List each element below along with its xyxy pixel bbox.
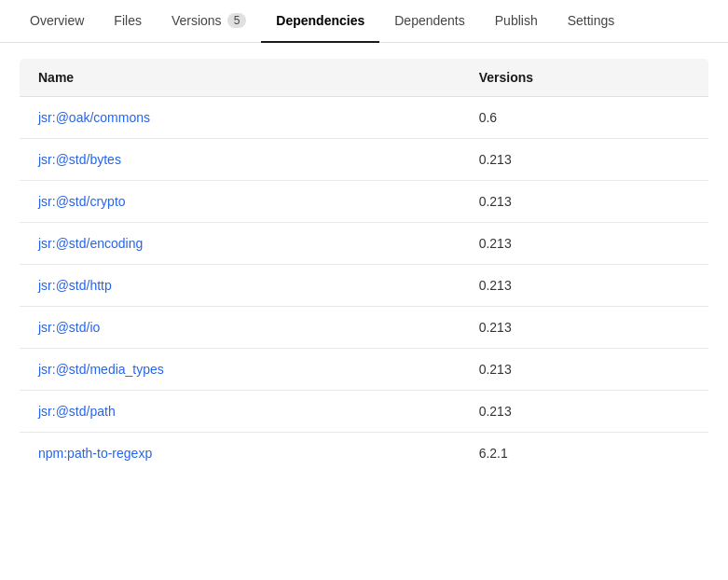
dep-link-3[interactable]: jsr:@std/encoding (38, 236, 143, 251)
dep-link-4[interactable]: jsr:@std/http (38, 278, 112, 293)
dep-version-cell-0: 0.6 (460, 97, 709, 139)
nav-tab-label-dependencies: Dependencies (276, 13, 364, 28)
dep-version-cell-1: 0.213 (460, 139, 709, 181)
dep-name-cell-2: jsr:@std/crypto (20, 181, 460, 223)
dep-version-cell-4: 0.213 (460, 265, 709, 307)
column-header-name: Name (20, 59, 460, 97)
table-row: jsr:@oak/commons0.6 (20, 97, 709, 139)
nav-tab-badge-versions: 5 (227, 13, 247, 28)
nav-tab-overview[interactable]: Overview (15, 0, 99, 43)
nav-tab-label-settings: Settings (568, 13, 615, 28)
table-row: jsr:@std/http0.213 (20, 265, 709, 307)
dep-link-0[interactable]: jsr:@oak/commons (38, 110, 150, 125)
table-row: npm:path-to-regexp6.2.1 (20, 433, 709, 475)
dep-version-cell-3: 0.213 (460, 223, 709, 265)
dep-version-cell-6: 0.213 (460, 349, 709, 391)
nav-tab-settings[interactable]: Settings (553, 0, 630, 43)
nav-tab-dependencies[interactable]: Dependencies (261, 0, 379, 43)
nav-tabs: OverviewFilesVersions5DependenciesDepend… (0, 0, 728, 43)
nav-tab-label-files: Files (114, 13, 142, 28)
dep-name-cell-5: jsr:@std/io (20, 307, 460, 349)
dep-name-cell-8: npm:path-to-regexp (20, 433, 460, 475)
nav-tab-publish[interactable]: Publish (480, 0, 553, 43)
table-row: jsr:@std/bytes0.213 (20, 139, 709, 181)
dep-link-1[interactable]: jsr:@std/bytes (38, 152, 121, 167)
main-content: Name Versions jsr:@oak/commons0.6jsr:@st… (0, 43, 728, 490)
dep-link-8[interactable]: npm:path-to-regexp (38, 446, 152, 461)
dep-link-7[interactable]: jsr:@std/path (38, 404, 116, 419)
dep-name-cell-6: jsr:@std/media_types (20, 349, 460, 391)
table-row: jsr:@std/encoding0.213 (20, 223, 709, 265)
dep-version-cell-5: 0.213 (460, 307, 709, 349)
table-body: jsr:@oak/commons0.6jsr:@std/bytes0.213js… (20, 97, 709, 475)
column-header-versions: Versions (460, 59, 709, 97)
table-row: jsr:@std/io0.213 (20, 307, 709, 349)
dep-version-cell-7: 0.213 (460, 391, 709, 433)
dep-name-cell-4: jsr:@std/http (20, 265, 460, 307)
dep-name-cell-0: jsr:@oak/commons (20, 97, 460, 139)
dep-version-cell-2: 0.213 (460, 181, 709, 223)
table-row: jsr:@std/path0.213 (20, 391, 709, 433)
nav-tab-dependents[interactable]: Dependents (379, 0, 480, 43)
dep-link-2[interactable]: jsr:@std/crypto (38, 194, 126, 209)
dep-name-cell-3: jsr:@std/encoding (20, 223, 460, 265)
dep-name-cell-7: jsr:@std/path (20, 391, 460, 433)
dependencies-table: Name Versions jsr:@oak/commons0.6jsr:@st… (19, 58, 709, 475)
table-row: jsr:@std/media_types0.213 (20, 349, 709, 391)
nav-tab-versions[interactable]: Versions5 (157, 0, 261, 43)
nav-tab-label-publish: Publish (495, 13, 538, 28)
dep-version-cell-8: 6.2.1 (460, 433, 709, 475)
nav-tab-files[interactable]: Files (99, 0, 157, 43)
table-row: jsr:@std/crypto0.213 (20, 181, 709, 223)
nav-tab-label-dependents: Dependents (394, 13, 465, 28)
dep-link-5[interactable]: jsr:@std/io (38, 320, 100, 335)
nav-tab-label-overview: Overview (30, 13, 84, 28)
nav-tab-label-versions: Versions (172, 13, 222, 28)
dep-name-cell-1: jsr:@std/bytes (20, 139, 460, 181)
dep-link-6[interactable]: jsr:@std/media_types (38, 362, 164, 377)
table-header: Name Versions (20, 59, 709, 97)
